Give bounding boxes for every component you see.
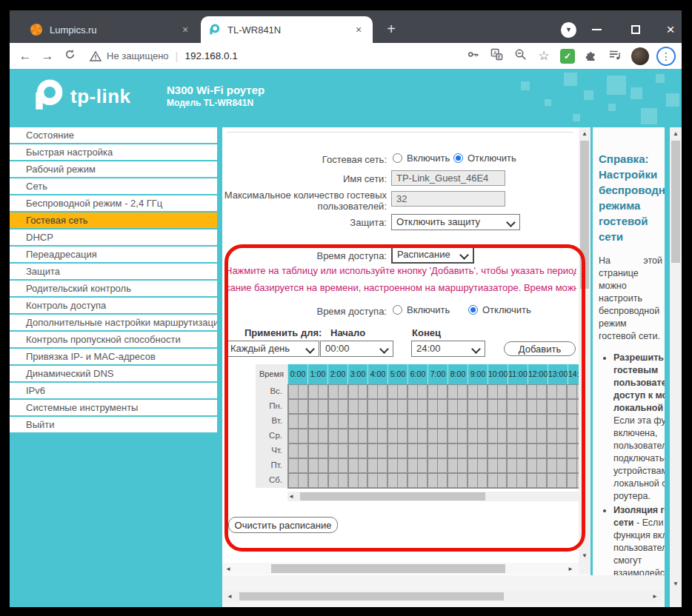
schedule-slot-cell[interactable] <box>438 459 447 472</box>
scrollbar-thumb[interactable] <box>580 141 589 289</box>
schedule-slot-cell[interactable] <box>438 400 447 413</box>
schedule-slot-cell[interactable] <box>488 400 497 413</box>
schedule-slot-cell[interactable] <box>557 474 566 487</box>
schedule-slot-cell[interactable] <box>468 429 477 443</box>
scrollbar-thumb[interactable] <box>239 592 504 600</box>
schedule-slot-cell[interactable] <box>438 474 447 487</box>
sidebar-item[interactable]: Дополнительные настройки маршрутизации <box>10 315 217 330</box>
schedule-slot-cell[interactable] <box>488 385 497 398</box>
extensions-puzzle-icon[interactable] <box>579 48 603 64</box>
main-vertical-scrollbar[interactable]: ▲ ▼ <box>579 127 590 563</box>
schedule-slot-cell[interactable] <box>359 400 367 413</box>
schedule-slot-cell[interactable] <box>448 444 457 458</box>
schedule-slot-cell[interactable] <box>309 400 318 413</box>
schedule-slot-cell[interactable] <box>478 459 487 472</box>
schedule-slot-cell[interactable] <box>398 474 407 487</box>
schedule-slot-cell[interactable] <box>568 459 576 472</box>
schedule-slot-cell[interactable] <box>498 459 507 472</box>
schedule-slot-cell[interactable] <box>339 385 347 398</box>
schedule-slot-cell[interactable] <box>517 429 526 443</box>
tab-search-icon[interactable]: ▼ <box>561 22 576 38</box>
schedule-slot-cell[interactable] <box>408 444 417 458</box>
page-horizontal-scrollbar[interactable]: ◄ ► <box>224 591 662 602</box>
tab-lumpics[interactable]: Lumpics.ru × <box>23 16 199 43</box>
schedule-slot-cell[interactable] <box>378 415 387 428</box>
password-key-icon[interactable] <box>461 48 485 64</box>
schedule-slot-cell[interactable] <box>388 459 397 472</box>
schedule-slot-cell[interactable] <box>408 400 417 413</box>
playlist-music-icon[interactable] <box>603 49 627 64</box>
schedule-slot-cell[interactable] <box>428 429 437 443</box>
schedule-slot-cell[interactable] <box>319 400 327 413</box>
schedule-slot-cell[interactable] <box>488 429 497 443</box>
chrome-menu-icon[interactable]: ⋮ <box>656 47 676 66</box>
schedule-slot-cell[interactable] <box>568 415 576 428</box>
guest-network-enable-radio[interactable]: Включить <box>393 153 450 164</box>
schedule-slot-cell[interactable] <box>299 400 307 413</box>
schedule-slot-cell[interactable] <box>458 459 467 472</box>
schedule-slot-cell[interactable] <box>329 400 338 413</box>
scroll-right-icon[interactable]: ► <box>568 566 573 572</box>
schedule-slot-cell[interactable] <box>359 459 367 472</box>
scroll-down-icon[interactable]: ▼ <box>670 580 682 587</box>
schedule-slot-cell[interactable] <box>319 429 327 443</box>
schedule-slot-cell[interactable] <box>528 415 536 428</box>
sidebar-item[interactable]: Системные инструменты <box>10 400 217 415</box>
sidebar-item[interactable]: Выйти <box>10 417 217 432</box>
schedule-slot-cell[interactable] <box>309 459 318 472</box>
schedule-slot-cell[interactable] <box>508 444 516 458</box>
schedule-slot-cell[interactable] <box>309 444 318 458</box>
schedule-slot-cell[interactable] <box>349 474 358 487</box>
schedule-slot-cell[interactable] <box>319 459 327 472</box>
schedule-slot-cell[interactable] <box>458 474 467 487</box>
schedule-slot-cell[interactable] <box>468 415 477 428</box>
schedule-slot-cell[interactable] <box>548 415 556 428</box>
sidebar-item[interactable]: Родительский контроль <box>10 281 217 296</box>
schedule-slot-cell[interactable] <box>349 444 358 458</box>
schedule-slot-cell[interactable] <box>488 415 497 428</box>
schedule-slot-cell[interactable] <box>329 415 338 428</box>
security-select[interactable]: Отключить защиту <box>391 214 520 230</box>
schedule-slot-cell[interactable] <box>537 415 546 428</box>
schedule-slot-cell[interactable] <box>438 429 447 443</box>
schedule-slot-cell[interactable] <box>368 400 377 413</box>
scrollbar-thumb[interactable] <box>671 141 680 263</box>
schedule-slot-cell[interactable] <box>398 415 407 428</box>
schedule-slot-cell[interactable] <box>329 429 338 443</box>
schedule-slot-cell[interactable] <box>289 400 298 413</box>
access-time-disable-radio[interactable]: Отключить <box>468 304 531 315</box>
sidebar-item[interactable]: Привязка IP- и MAC-адресов <box>10 349 217 364</box>
schedule-slot-cell[interactable] <box>548 385 556 398</box>
schedule-slot-cell[interactable] <box>349 459 358 472</box>
schedule-slot-cell[interactable] <box>428 474 437 487</box>
schedule-slot-cell[interactable] <box>458 415 467 428</box>
schedule-slot-cell[interactable] <box>468 444 477 458</box>
window-close-button[interactable]: × <box>662 21 679 38</box>
schedule-slot-cell[interactable] <box>548 400 556 413</box>
schedule-slot-cell[interactable] <box>508 459 516 472</box>
add-button[interactable]: Добавить <box>504 341 576 356</box>
schedule-slot-cell[interactable] <box>418 474 427 487</box>
sidebar-item[interactable]: DHCP <box>10 230 217 245</box>
schedule-slot-cell[interactable] <box>448 429 457 443</box>
schedule-slot-cell[interactable] <box>398 385 407 398</box>
schedule-slot-cell[interactable] <box>428 415 437 428</box>
schedule-slot-cell[interactable] <box>368 385 377 398</box>
schedule-slot-cell[interactable] <box>548 474 556 487</box>
schedule-slot-cell[interactable] <box>458 444 467 458</box>
scroll-left-icon[interactable]: ◄ <box>225 566 231 572</box>
schedule-slot-cell[interactable] <box>428 459 437 472</box>
schedule-slot-cell[interactable] <box>349 385 358 398</box>
schedule-slot-cell[interactable] <box>557 385 566 398</box>
schedule-slot-cell[interactable] <box>448 385 457 398</box>
schedule-slot-cell[interactable] <box>528 429 536 443</box>
schedule-slot-cell[interactable] <box>388 400 397 413</box>
tab-router[interactable]: TL-WR841N × <box>201 16 373 43</box>
sidebar-item[interactable]: Быстрая настройка <box>10 144 217 160</box>
schedule-slot-cell[interactable] <box>408 459 417 472</box>
schedule-slot-cell[interactable] <box>568 385 576 398</box>
schedule-slot-cell[interactable] <box>388 444 397 458</box>
schedule-slot-cell[interactable] <box>398 400 407 413</box>
sidebar-item[interactable]: Защита <box>10 264 217 279</box>
back-icon[interactable]: ← <box>14 49 36 64</box>
